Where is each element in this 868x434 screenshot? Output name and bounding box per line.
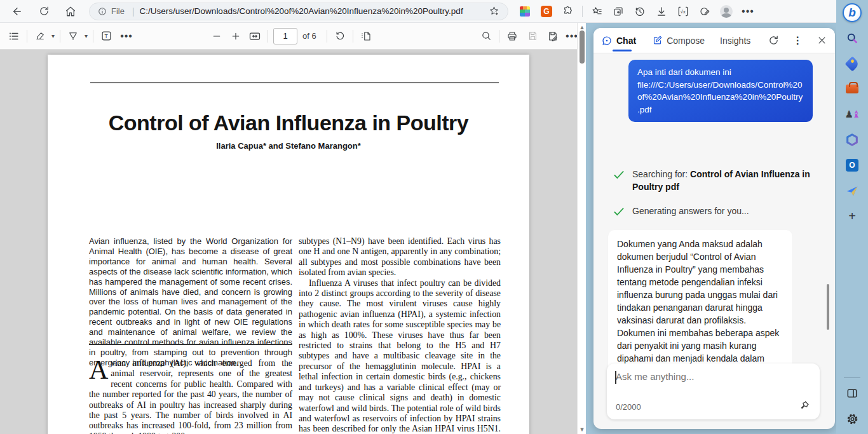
g-extension-icon[interactable]: G xyxy=(539,4,554,19)
ask-input[interactable] xyxy=(616,371,806,382)
downloads-icon[interactable] xyxy=(654,4,669,19)
character-counter: 0/2000 xyxy=(616,402,641,412)
sidebar-tools-icon[interactable] xyxy=(842,79,862,99)
chat-body: Apa inti dari dokumen ini file:///C:/Use… xyxy=(593,53,835,429)
history-icon[interactable] xyxy=(632,4,648,19)
status-searching: Searching for: Control of Avian Influenz… xyxy=(612,168,810,193)
address-url[interactable]: C:/Users/user/Downloads/Control%20of%20A… xyxy=(140,6,486,16)
check-icon xyxy=(612,205,626,219)
table-of-contents-icon[interactable] xyxy=(6,29,22,44)
svg-text:√x: √x xyxy=(681,8,686,14)
status-generating-text: Generating answers for you... xyxy=(632,205,749,219)
document-title: Control of Avian Influenza in Poultry xyxy=(48,111,529,135)
abstract-paragraph: Avian influenza, listed by the World Org… xyxy=(89,236,292,368)
assistant-response-card: Dokumen yang Anda maksud adalah dokumen … xyxy=(608,230,792,380)
save-as-icon[interactable] xyxy=(545,29,560,44)
highlighter-dropdown-chevron[interactable]: ▾ xyxy=(51,32,55,39)
page-number-input[interactable]: 1 xyxy=(273,28,297,44)
status-generating: Generating answers for you... xyxy=(612,205,749,219)
pdf-viewer: ▾ ▾ T ••• xyxy=(0,23,586,434)
search-document-icon[interactable] xyxy=(478,29,494,44)
back-button[interactable] xyxy=(6,3,28,20)
info-icon[interactable] xyxy=(97,6,107,17)
print-icon[interactable] xyxy=(505,29,520,44)
web-capture-icon[interactable] xyxy=(697,4,712,19)
body-column-left: Avian influenza (AI), which emerged from… xyxy=(89,358,292,434)
panel-more-icon[interactable]: ⋮ xyxy=(790,33,805,48)
tab-insights[interactable]: Insights xyxy=(720,28,750,53)
close-panel-icon[interactable] xyxy=(814,33,829,48)
right-paragraph-1: subtypes (N1–N9) have been identified. E… xyxy=(299,236,501,278)
status-searching-prefix: Searching for: xyxy=(632,169,690,179)
check-icon xyxy=(612,168,626,182)
chat-icon xyxy=(601,35,613,46)
sidebar-m365-icon[interactable] xyxy=(842,130,862,150)
page-count-label: of 6 xyxy=(302,31,316,41)
body-column-right: subtypes (N1–N9) have been identified. E… xyxy=(299,236,501,434)
scroll-up-arrow[interactable]: ▲ xyxy=(579,24,585,31)
home-button[interactable] xyxy=(60,3,81,20)
browser-window: File | C:/Users/user/Downloads/Control%2… xyxy=(0,0,868,434)
right-paragraph-2: Influenza A viruses that infect poultry … xyxy=(299,278,501,434)
svg-text:T: T xyxy=(104,33,108,39)
profile-avatar[interactable] xyxy=(719,4,734,19)
tab-compose-label: Compose xyxy=(667,36,705,46)
fit-to-width-icon[interactable] xyxy=(247,29,262,44)
add-favorite-icon[interactable] xyxy=(486,4,501,19)
scroll-down-arrow[interactable]: ▼ xyxy=(579,426,585,433)
document-authors: Ilaria Capua* and Stefano Marangon* xyxy=(48,141,529,151)
split-screen-icon[interactable] xyxy=(842,383,862,403)
edge-sidebar-rail: b ♟♝ O + xyxy=(836,0,868,434)
sidebar-outlook-icon[interactable]: O xyxy=(842,155,862,175)
extensions-puzzle-icon[interactable] xyxy=(560,4,576,19)
zoom-out-icon[interactable] xyxy=(209,29,224,44)
copilot-header: Chat Compose Insights ⋮ xyxy=(593,28,835,53)
customize-sidebar-plus-icon[interactable]: + xyxy=(842,206,862,226)
palette-extension-icon[interactable] xyxy=(517,4,532,19)
page-view-icon[interactable] xyxy=(358,29,374,44)
tab-insights-label: Insights xyxy=(720,36,750,46)
extension-icons: G √x ••• xyxy=(517,4,756,19)
zoom-in-icon[interactable] xyxy=(228,29,243,44)
pdf-page: Control of Avian Influenza in Poultry Il… xyxy=(48,55,529,434)
favorites-icon[interactable] xyxy=(589,4,604,19)
header-rule xyxy=(90,82,499,83)
pin-icon[interactable] xyxy=(797,398,812,413)
pdf-toolbar: ▾ ▾ T ••• xyxy=(0,23,586,50)
pdf-scrollbar[interactable]: ▲ ▼ xyxy=(577,23,586,434)
add-text-icon[interactable]: T xyxy=(98,29,114,44)
compose-icon xyxy=(651,35,663,46)
rail-divider xyxy=(844,377,860,378)
sidebar-settings-gear-icon[interactable] xyxy=(842,409,862,429)
refresh-button[interactable] xyxy=(33,3,55,20)
draw-pen-icon[interactable] xyxy=(65,29,81,44)
chat-input-card[interactable]: 0/2000 xyxy=(607,363,820,419)
tab-chat-label: Chat xyxy=(616,36,636,46)
address-bar[interactable]: File | C:/Users/user/Downloads/Control%2… xyxy=(89,3,508,20)
pdf-scrollbar-thumb[interactable] xyxy=(580,31,585,64)
rotate-icon[interactable] xyxy=(332,29,348,44)
sidebar-shopping-icon[interactable] xyxy=(842,53,862,74)
refresh-chat-icon[interactable] xyxy=(766,33,781,48)
sidebar-search-icon[interactable] xyxy=(842,28,862,48)
draw-dropdown-chevron[interactable]: ▾ xyxy=(85,32,88,39)
annotation-more-icon[interactable]: ••• xyxy=(119,29,134,44)
math-solver-icon[interactable]: √x xyxy=(675,4,691,19)
copilot-panel: Chat Compose Insights ⋮ xyxy=(593,28,835,429)
copilot-bing-icon[interactable]: b xyxy=(842,3,862,23)
sidebar-drop-icon[interactable] xyxy=(842,180,862,201)
highlighter-icon[interactable] xyxy=(32,29,48,44)
sidebar-games-icon[interactable]: ♟♝ xyxy=(842,104,862,125)
chat-scrollbar-thumb[interactable] xyxy=(827,284,829,330)
file-scheme-label: File xyxy=(111,6,125,16)
toolbar-divider xyxy=(582,6,583,17)
collections-icon[interactable] xyxy=(611,4,626,19)
tab-chat[interactable]: Chat xyxy=(601,28,636,53)
settings-more-icon[interactable]: ••• xyxy=(740,4,756,19)
browser-toolbar: File | C:/Users/user/Downloads/Control%2… xyxy=(0,0,837,23)
user-message-bubble: Apa inti dari dokumen ini file:///C:/Use… xyxy=(628,60,813,122)
drop-cap: A xyxy=(89,358,111,381)
tab-compose[interactable]: Compose xyxy=(651,28,705,53)
body-left-text: vian influenza (AI), which emerged from … xyxy=(89,358,292,434)
abstract-rule xyxy=(89,344,292,345)
